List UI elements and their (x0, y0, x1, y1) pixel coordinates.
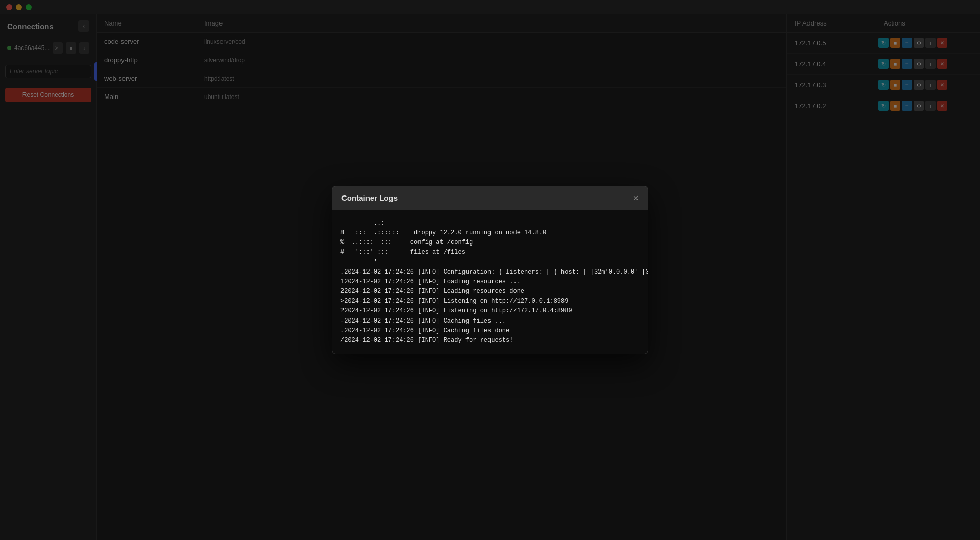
log-line: .2024-12-02 17:24:26 [INFO] Caching file… (340, 326, 640, 336)
log-line: -2024-12-02 17:24:26 [INFO] Caching file… (340, 316, 640, 326)
container-logs-modal: Container Logs × ..:8 ::: .:::::: droppy… (332, 186, 648, 354)
log-line: 22024-12-02 17:24:26 [INFO] Loading reso… (340, 287, 640, 297)
modal-overlay: Container Logs × ..:8 ::: .:::::: droppy… (0, 0, 980, 540)
log-line: /2024-12-02 17:24:26 [INFO] Ready for re… (340, 336, 640, 346)
log-content: ..:8 ::: .:::::: droppy 12.2.0 running o… (340, 218, 640, 346)
log-line: % ..:::: ::: config at /config (340, 238, 640, 248)
log-line: ..: (340, 218, 640, 228)
modal-header: Container Logs × (332, 186, 648, 210)
log-line: .2024-12-02 17:24:26 [INFO] Configuratio… (340, 267, 640, 277)
log-terminal[interactable]: ..:8 ::: .:::::: droppy 12.2.0 running o… (332, 210, 648, 354)
modal-title: Container Logs (341, 193, 398, 202)
log-line: # ':::' ::: files at /files (340, 248, 640, 257)
log-line: ?2024-12-02 17:24:26 [INFO] Listening on… (340, 306, 640, 316)
modal-close-button[interactable]: × (633, 193, 639, 203)
log-line: ' (340, 258, 640, 267)
modal-body: ..:8 ::: .:::::: droppy 12.2.0 running o… (332, 210, 648, 354)
log-line: >2024-12-02 17:24:26 [INFO] Listening on… (340, 297, 640, 306)
log-line: 8 ::: .:::::: droppy 12.2.0 running on n… (340, 228, 640, 238)
log-line: 12024-12-02 17:24:26 [INFO] Loading reso… (340, 277, 640, 287)
